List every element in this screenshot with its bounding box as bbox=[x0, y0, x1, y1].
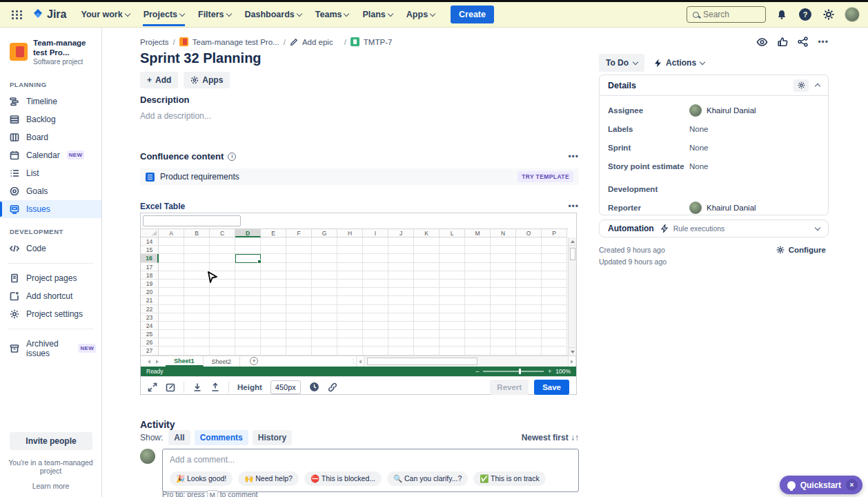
cell-A26[interactable] bbox=[159, 338, 184, 347]
cell-G17[interactable] bbox=[312, 263, 337, 271]
cell-H14[interactable] bbox=[337, 237, 363, 246]
cell-D16[interactable] bbox=[235, 254, 261, 262]
cell-J19[interactable] bbox=[388, 280, 414, 288]
cell-N21[interactable] bbox=[491, 296, 516, 304]
cell-C15[interactable] bbox=[210, 246, 235, 254]
cell-O26[interactable] bbox=[516, 338, 542, 347]
field-reporter[interactable]: Reporter Khairul Danial bbox=[608, 200, 820, 215]
expand-button[interactable] bbox=[148, 382, 157, 392]
cell-O15[interactable] bbox=[516, 246, 542, 254]
cell-P22[interactable] bbox=[542, 305, 567, 313]
cell-E15[interactable] bbox=[261, 246, 286, 254]
cell-K19[interactable] bbox=[414, 280, 440, 288]
cell-G26[interactable] bbox=[312, 338, 337, 347]
apps-button[interactable]: Apps bbox=[184, 72, 230, 88]
cell-H21[interactable] bbox=[337, 296, 363, 304]
search-box[interactable] bbox=[687, 6, 766, 23]
excel-more-button[interactable]: ••• bbox=[568, 202, 579, 211]
cell-P25[interactable] bbox=[542, 330, 567, 338]
scroll-up-arrow[interactable] bbox=[569, 237, 576, 246]
cell-K14[interactable] bbox=[414, 237, 440, 246]
vertical-scrollbar[interactable] bbox=[568, 237, 576, 355]
cell-M15[interactable] bbox=[465, 246, 491, 254]
quickstart-close-button[interactable]: × bbox=[846, 479, 858, 491]
cell-B21[interactable] bbox=[184, 296, 210, 304]
cell-H18[interactable] bbox=[337, 271, 363, 280]
cell-P14[interactable] bbox=[542, 237, 567, 246]
cell-P21[interactable] bbox=[542, 296, 567, 304]
nav-item-teams[interactable]: Teams bbox=[309, 3, 355, 26]
cell-H25[interactable] bbox=[337, 330, 363, 338]
cell-F20[interactable] bbox=[286, 288, 312, 296]
quick-reply-blocked[interactable]: ⛔ This is blocked... bbox=[304, 471, 382, 486]
sidebar-item-project-pages[interactable]: Project pages bbox=[0, 269, 101, 287]
learn-more-link[interactable]: Learn more bbox=[0, 482, 101, 490]
cell-K23[interactable] bbox=[414, 313, 440, 322]
cell-J16[interactable] bbox=[388, 254, 414, 262]
cell-H20[interactable] bbox=[337, 288, 363, 296]
cell-B24[interactable] bbox=[184, 322, 210, 330]
cell-O24[interactable] bbox=[516, 322, 542, 330]
cell-H19[interactable] bbox=[337, 280, 363, 288]
breadcrumb-project[interactable]: Team-manage test Pro... bbox=[193, 38, 279, 46]
cell-L18[interactable] bbox=[440, 271, 465, 280]
cell-D26[interactable] bbox=[235, 338, 261, 347]
cell-K15[interactable] bbox=[414, 246, 440, 254]
cell-E21[interactable] bbox=[261, 296, 286, 304]
cell-C20[interactable] bbox=[210, 288, 235, 296]
cell-I19[interactable] bbox=[363, 280, 388, 288]
cell-K20[interactable] bbox=[414, 288, 440, 296]
cell-D17[interactable] bbox=[235, 263, 261, 271]
formula-bar[interactable] bbox=[143, 215, 241, 226]
sheet-prev-arrow[interactable] bbox=[148, 360, 150, 364]
cell-L14[interactable] bbox=[440, 237, 465, 246]
cell-I14[interactable] bbox=[363, 237, 388, 246]
cell-G27[interactable] bbox=[312, 347, 337, 355]
cell-K27[interactable] bbox=[414, 347, 440, 355]
row-header-23[interactable]: 23 bbox=[141, 313, 159, 322]
cell-G18[interactable] bbox=[312, 271, 337, 280]
cell-J21[interactable] bbox=[388, 296, 414, 304]
cell-M18[interactable] bbox=[465, 271, 491, 280]
cell-L25[interactable] bbox=[440, 330, 465, 338]
help-button[interactable]: ? bbox=[798, 7, 813, 22]
breadcrumb-projects[interactable]: Projects bbox=[140, 38, 169, 46]
nav-item-plans[interactable]: Plans bbox=[356, 3, 398, 26]
cell-O22[interactable] bbox=[516, 305, 542, 313]
row-header-20[interactable]: 20 bbox=[141, 288, 159, 296]
cell-K22[interactable] bbox=[414, 305, 440, 313]
sidebar-item-archived-issues[interactable]: Archived issues NEW bbox=[0, 335, 101, 362]
quick-reply-looks-good[interactable]: 🎉 Looks good! bbox=[170, 471, 233, 486]
cell-E23[interactable] bbox=[261, 313, 286, 322]
cell-H24[interactable] bbox=[337, 322, 363, 330]
zoom-slider-thumb[interactable] bbox=[519, 369, 521, 374]
cell-D14[interactable] bbox=[235, 237, 261, 246]
cell-E22[interactable] bbox=[261, 305, 286, 313]
row-header-24[interactable]: 24 bbox=[141, 322, 159, 330]
cell-I26[interactable] bbox=[363, 338, 388, 347]
cell-D19[interactable] bbox=[235, 280, 261, 288]
breadcrumb-issue-key[interactable]: TMTP-7 bbox=[364, 38, 393, 46]
cell-A15[interactable] bbox=[159, 246, 184, 254]
watch-button[interactable] bbox=[756, 37, 768, 47]
filter-comments[interactable]: Comments bbox=[195, 430, 248, 445]
history-button[interactable] bbox=[309, 382, 319, 392]
cell-F17[interactable] bbox=[286, 263, 312, 271]
cell-M14[interactable] bbox=[465, 237, 491, 246]
row-header-15[interactable]: 15 bbox=[141, 246, 159, 254]
app-switcher-button[interactable] bbox=[8, 6, 26, 23]
cell-G25[interactable] bbox=[312, 330, 337, 338]
cell-A21[interactable] bbox=[159, 296, 184, 304]
cell-L22[interactable] bbox=[440, 305, 465, 313]
cell-I17[interactable] bbox=[363, 263, 388, 271]
cell-O27[interactable] bbox=[516, 347, 542, 355]
cell-G21[interactable] bbox=[312, 296, 337, 304]
cell-O19[interactable] bbox=[516, 280, 542, 288]
cell-O23[interactable] bbox=[516, 313, 542, 322]
col-header-L[interactable]: L bbox=[440, 229, 465, 237]
cell-C14[interactable] bbox=[210, 237, 235, 246]
sidebar-item-add-shortcut[interactable]: Add shortcut bbox=[0, 287, 101, 305]
info-icon[interactable]: i bbox=[228, 153, 236, 161]
cell-N17[interactable] bbox=[491, 263, 516, 271]
cell-F19[interactable] bbox=[286, 280, 312, 288]
